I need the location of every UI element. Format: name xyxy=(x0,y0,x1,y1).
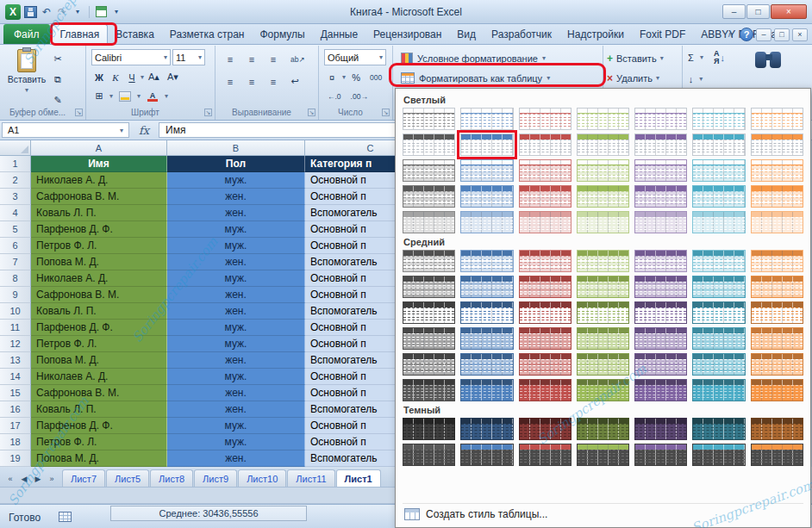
table-style-thumbnail[interactable] xyxy=(692,301,745,324)
paste-button[interactable]: Вставить ▾ xyxy=(7,49,47,94)
ribbon-tab-8[interactable]: Разработчик xyxy=(484,24,559,44)
ribbon-tab-4[interactable]: Формулы xyxy=(252,24,312,44)
table-style-thumbnail[interactable] xyxy=(634,185,687,208)
table-style-thumbnail[interactable] xyxy=(460,211,513,233)
autosum-button[interactable]: Σ ▾ xyxy=(684,49,707,65)
table-style-thumbnail[interactable] xyxy=(403,211,455,233)
table-style-thumbnail[interactable] xyxy=(403,276,455,298)
table-style-thumbnail[interactable] xyxy=(692,108,745,130)
cell-gender[interactable]: муж. xyxy=(167,320,305,336)
table-style-thumbnail[interactable] xyxy=(519,353,572,376)
table-style-thumbnail[interactable] xyxy=(460,276,513,298)
copy-icon[interactable]: ⧉ xyxy=(50,71,66,88)
cell-name[interactable]: Петров Ф. Л. xyxy=(31,434,167,450)
table-style-thumbnail[interactable] xyxy=(751,444,803,466)
undo-icon[interactable]: ↶ xyxy=(41,5,53,19)
cell-name[interactable]: Сафронова В. М. xyxy=(31,385,167,401)
cell-gender[interactable]: жен. xyxy=(167,254,305,270)
collapse-ribbon-icon[interactable]: ∧ xyxy=(723,28,737,41)
table-style-thumbnail[interactable] xyxy=(692,159,745,182)
ribbon-tab-10[interactable]: Foxit PDF xyxy=(632,24,693,44)
table-style-thumbnail[interactable] xyxy=(403,418,455,440)
cell-name[interactable]: Сафронова В. М. xyxy=(31,287,167,303)
cell-gender[interactable]: жен. xyxy=(167,303,305,320)
ribbon-tab-1[interactable]: Главная xyxy=(52,24,109,44)
excel-logo-icon[interactable]: X xyxy=(5,4,21,20)
table-style-thumbnail[interactable] xyxy=(577,327,629,350)
cell-name[interactable]: Попова М. Д. xyxy=(31,254,167,270)
table-style-thumbnail[interactable] xyxy=(577,185,629,208)
insert-function-button[interactable]: fx xyxy=(129,121,159,140)
ribbon-tab-2[interactable]: Вставка xyxy=(108,24,162,44)
row-header[interactable]: 12 xyxy=(0,336,31,352)
align-top-icon[interactable]: ≡ xyxy=(222,51,238,67)
table-style-thumbnail[interactable] xyxy=(519,250,572,272)
last-sheet-icon[interactable]: » xyxy=(45,471,59,487)
cell-gender[interactable]: жен. xyxy=(167,189,305,205)
increase-decimal-icon[interactable]: ←.0 xyxy=(324,88,345,104)
column-header-b[interactable]: B xyxy=(167,140,305,156)
ribbon-tab-7[interactable]: Вид xyxy=(449,24,484,44)
number-format-combo[interactable]: Общий ▾ xyxy=(324,49,386,65)
first-sheet-icon[interactable]: « xyxy=(3,471,17,487)
table-style-thumbnail[interactable] xyxy=(519,134,572,156)
table-style-thumbnail[interactable] xyxy=(403,301,455,324)
table-style-thumbnail[interactable] xyxy=(577,134,629,156)
table-style-thumbnail[interactable] xyxy=(403,327,455,350)
sheet-tab-Лист5[interactable]: Лист5 xyxy=(106,469,149,487)
cell-gender[interactable]: муж. xyxy=(167,238,305,254)
cell-name[interactable]: Коваль Л. П. xyxy=(31,205,167,221)
cell-name[interactable]: Николаев А. Д. xyxy=(31,369,167,385)
macro-record-icon[interactable] xyxy=(59,512,72,522)
ribbon-tab-5[interactable]: Данные xyxy=(313,24,365,44)
minimize-button[interactable]: – xyxy=(722,4,746,19)
align-middle-icon[interactable]: ≡ xyxy=(244,51,259,67)
table-style-thumbnail[interactable] xyxy=(403,134,455,156)
italic-button[interactable]: К xyxy=(108,69,123,85)
table-style-thumbnail[interactable] xyxy=(751,134,803,156)
row-header[interactable]: 2 xyxy=(0,172,31,189)
table-style-thumbnail[interactable] xyxy=(692,353,745,376)
cell-name[interactable]: Попова М. Д. xyxy=(31,450,167,467)
align-bottom-icon[interactable]: ≡ xyxy=(265,51,281,67)
table-style-thumbnail[interactable] xyxy=(460,327,513,350)
fill-button[interactable]: ↓ ▾ xyxy=(684,71,707,87)
help-icon[interactable]: ? xyxy=(740,28,753,41)
font-color-dropdown-icon[interactable]: ▾ xyxy=(165,92,168,100)
table-style-thumbnail[interactable] xyxy=(692,250,745,272)
new-sheet-icon[interactable] xyxy=(95,5,107,19)
row-header[interactable]: 14 xyxy=(0,369,31,385)
select-all-corner[interactable] xyxy=(0,140,31,156)
cell-gender[interactable]: жен. xyxy=(167,287,305,303)
font-dialog-launcher[interactable]: ↘ xyxy=(204,109,212,116)
table-style-thumbnail[interactable] xyxy=(577,108,629,130)
name-box-dropdown-icon[interactable]: ▾ xyxy=(120,127,123,134)
table-style-thumbnail[interactable] xyxy=(577,159,629,182)
row-header[interactable]: 8 xyxy=(0,270,31,287)
ribbon-tab-3[interactable]: Разметка стран xyxy=(162,24,253,44)
table-style-thumbnail[interactable] xyxy=(577,353,629,376)
table-style-thumbnail[interactable] xyxy=(577,444,629,466)
table-style-thumbnail[interactable] xyxy=(577,250,629,272)
cell-gender[interactable]: муж. xyxy=(167,369,305,385)
table-style-thumbnail[interactable] xyxy=(460,108,513,130)
cell-name[interactable]: Парфенов Д. Ф. xyxy=(31,320,167,336)
table-style-thumbnail[interactable] xyxy=(751,301,803,324)
ribbon-tab-6[interactable]: Рецензирован xyxy=(365,24,449,44)
table-style-thumbnail[interactable] xyxy=(519,418,572,440)
table-style-thumbnail[interactable] xyxy=(460,301,513,324)
table-style-thumbnail[interactable] xyxy=(577,276,629,298)
table-style-thumbnail[interactable] xyxy=(634,250,687,272)
insert-cells-button[interactable]: + Вставить ▾ xyxy=(607,49,664,67)
underline-dropdown-icon[interactable]: ▾ xyxy=(141,73,144,81)
font-color-button[interactable]: А xyxy=(143,88,162,104)
cell-gender[interactable]: жен. xyxy=(167,205,305,221)
table-style-thumbnail[interactable] xyxy=(634,159,687,182)
sheet-tab-Лист8[interactable]: Лист8 xyxy=(150,469,193,487)
sort-filter-button[interactable]: АЯ ↓ xyxy=(714,50,725,65)
row-header[interactable]: 15 xyxy=(0,385,31,401)
fill-color-dropdown-icon[interactable]: ▾ xyxy=(137,92,141,100)
workbook-minimize-button[interactable]: – xyxy=(756,28,771,41)
align-left-icon[interactable]: ≡ xyxy=(222,73,238,90)
table-style-thumbnail[interactable] xyxy=(403,108,455,130)
